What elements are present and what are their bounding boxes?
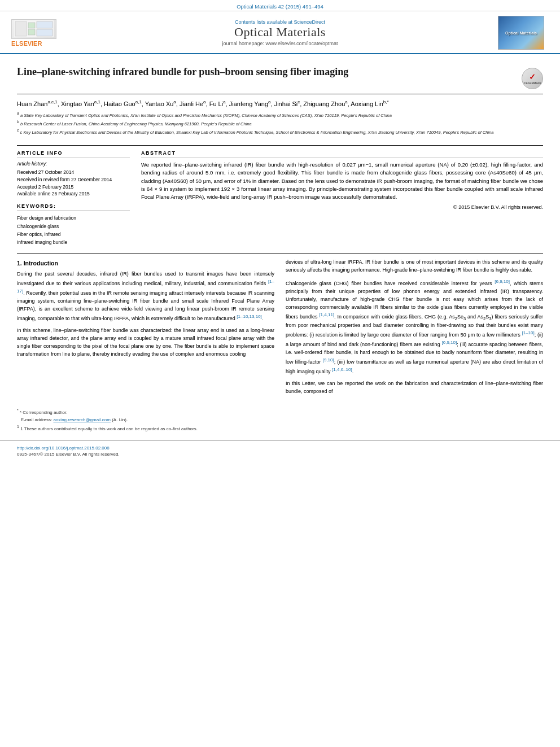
- page-footer: http://dx.doi.org/10.1016/j.optmat.2015.…: [0, 440, 560, 460]
- article-info-column: ARTICLE INFO Article history: Received 2…: [17, 150, 130, 247]
- history-revised: Received in revised form 27 December 201…: [17, 176, 130, 184]
- ref-1-4-6-10[interactable]: [1,4,6–10]: [332, 367, 352, 372]
- copyright-notice: © 2015 Elsevier B.V. All rights reserved…: [141, 204, 543, 210]
- abstract-text: We reported line–plane-switching infrare…: [141, 161, 543, 201]
- info-abstract-section: ARTICLE INFO Article history: Received 2…: [17, 145, 543, 247]
- main-content: Line–plane-switching infrared bundle for…: [0, 54, 560, 405]
- elsevier-logo-area: ELSEVIER: [11, 19, 62, 47]
- body-columns: 1. Introduction During the past several …: [17, 259, 543, 400]
- journal-homepage-url: journal homepage: www.elsevier.com/locat…: [62, 41, 498, 46]
- email-link[interactable]: aoxing.research@gmail.com: [53, 417, 111, 422]
- author-yantao-xu: Yantao Xua: [145, 101, 176, 107]
- elsevier-brand-text: ELSEVIER: [11, 40, 42, 47]
- sciencedirect-link-text: Contents lists available at ScienceDirec…: [62, 19, 498, 25]
- ref-6-9-10[interactable]: [6,9,10]: [495, 279, 510, 284]
- author-zhiguang-zhou: Zhiguang Zhoua: [303, 101, 347, 107]
- journal-cover-image: Optical Materials: [498, 16, 544, 50]
- journal-title: Optical Materials: [62, 25, 498, 40]
- article-title: Line–plane-switching infrared bundle for…: [17, 65, 516, 78]
- ref-1-4-11[interactable]: [1,4,11]: [319, 312, 334, 317]
- article-title-section: Line–plane-switching infrared bundle for…: [17, 60, 543, 94]
- svg-rect-2: [28, 23, 35, 28]
- body-col-left: 1. Introduction During the past several …: [17, 259, 274, 400]
- affiliation-c: c c Key Laboratory for Physical Electron…: [17, 128, 543, 136]
- elsevier-logo-image: [11, 19, 56, 39]
- footnote-email: E-mail address: aoxing.research@gmail.co…: [17, 417, 543, 423]
- footnote-cofirst: 1 1 These authors contributed equally to…: [17, 424, 543, 432]
- footnote-section: * * Corresponding author. E-mail address…: [0, 408, 560, 432]
- author-haitao-guo: Haitao Guoa,1: [104, 101, 142, 107]
- body-section: 1. Introduction During the past several …: [17, 254, 543, 400]
- intro-heading: 1. Introduction: [17, 259, 274, 268]
- ref-6-9-10b[interactable]: [6,9,10]: [441, 340, 457, 345]
- ref-9-10[interactable]: [9,10]: [323, 357, 334, 362]
- svg-rect-1: [15, 21, 27, 36]
- history-accepted: Accepted 2 February 2015: [17, 184, 130, 191]
- footnote-corresponding: * * Corresponding author.: [17, 408, 543, 416]
- journal-citation-bar: Optical Materials 42 (2015) 491–494: [0, 0, 560, 11]
- ref-1-17[interactable]: [1–17]: [17, 279, 274, 294]
- article-info-heading: ARTICLE INFO: [17, 150, 130, 158]
- abstract-heading: ABSTRACT: [141, 150, 543, 158]
- author-fu-li: Fu Lia: [209, 101, 226, 107]
- affiliation-b: b b Research Center of Laser Fusion, Chi…: [17, 119, 543, 127]
- keywords-box: Keywords: Fiber design and fabrication C…: [17, 203, 130, 247]
- intro-para-4: Chalcogenide glass (CHG) fiber bundles h…: [286, 278, 543, 376]
- sciencedirect-link[interactable]: ScienceDirect: [294, 19, 326, 25]
- ref-1-10[interactable]: [1–10]: [522, 330, 535, 335]
- author-jianli-he: Jianli Hea: [180, 101, 206, 107]
- abstract-column: ABSTRACT We reported line–plane-switchin…: [141, 150, 543, 247]
- doi-link: http://dx.doi.org/10.1016/j.optmat.2015.…: [17, 445, 543, 451]
- keyword-3: Fiber optics, infrared: [17, 230, 130, 238]
- affiliation-a: a a State Key Laboratory of Transient Op…: [17, 111, 543, 119]
- author-huan-zhan: Huan Zhana,c,1: [17, 101, 58, 107]
- svg-rect-5: [37, 29, 53, 36]
- body-col-right: devices of ultra-long linear IRFPA. IR f…: [286, 259, 543, 400]
- history-online: Available online 26 February 2015: [17, 190, 130, 198]
- author-jinhai-si: Jinhai Sic: [274, 101, 300, 107]
- authors-line: Huan Zhana,c,1, Xingtao Yana,1, Haitao G…: [17, 99, 543, 108]
- journal-citation-link[interactable]: Optical Materials 42 (2015) 491–494: [237, 3, 323, 10]
- journal-cover-area: Optical Materials: [498, 16, 549, 50]
- keyword-2: Chalcogenide glass: [17, 222, 130, 230]
- affiliations: a a State Key Laboratory of Transient Op…: [17, 111, 543, 136]
- journal-cover-label: Optical Materials: [505, 31, 537, 35]
- journal-title-area: Contents lists available at ScienceDirec…: [62, 19, 498, 46]
- article-history-box: ARTICLE INFO Article history: Received 2…: [17, 150, 130, 198]
- author-aoxiang-lin: Aoxiang Linb,*: [351, 101, 388, 107]
- intro-para-1: During the past several decades, infrare…: [17, 270, 274, 323]
- page: Optical Materials 42 (2015) 491–494 ELSE…: [0, 0, 560, 747]
- history-received: Received 27 October 2014: [17, 169, 130, 176]
- author-xingtao-yan: Xingtao Yana,1: [61, 101, 100, 107]
- intro-para-2: In this scheme, line–plane-switching fib…: [17, 327, 274, 359]
- svg-rect-4: [37, 21, 53, 28]
- history-label: Article history:: [17, 161, 130, 167]
- ref-1-10-13-16[interactable]: [1–10,13,16]: [237, 314, 261, 319]
- svg-rect-3: [28, 29, 35, 35]
- authors-section: Huan Zhana,c,1, Xingtao Yana,1, Haitao G…: [17, 94, 543, 138]
- crossmark-badge[interactable]: ✓ CrossMark: [522, 68, 543, 89]
- keyword-4: Infrared imaging bundle: [17, 238, 130, 246]
- journal-header: ELSEVIER Contents lists available at Sci…: [0, 11, 560, 54]
- keywords-heading: Keywords:: [17, 203, 130, 211]
- intro-para-5: In this Letter, we can be reported the w…: [286, 380, 543, 396]
- issn-line: 0925-3467/© 2015 Elsevier B.V. All right…: [17, 452, 543, 457]
- intro-para-3: devices of ultra-long linear IRFPA. IR f…: [286, 259, 543, 274]
- author-jianfeng-yang: Jianfeng Yanga: [229, 101, 271, 107]
- keyword-1: Fiber design and fabrication: [17, 214, 130, 222]
